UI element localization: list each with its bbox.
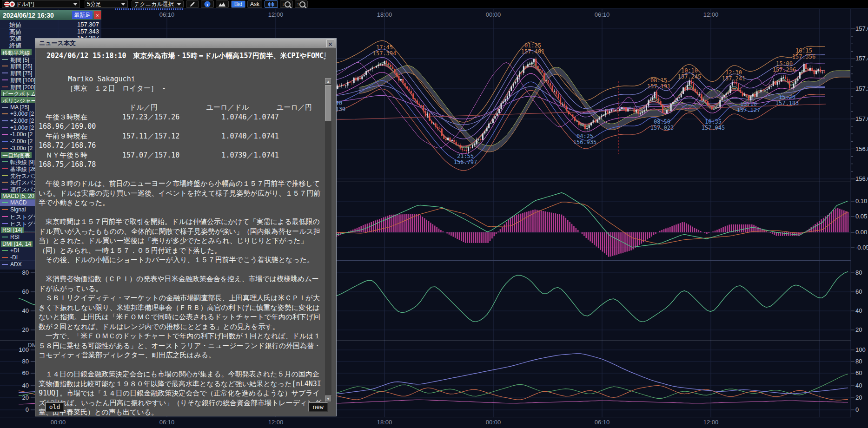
down-arrow-icon: ↓ [282, 2, 285, 7]
indicator-group-header[interactable]: 一目均衡表 [1, 152, 32, 158]
series-color-swatch-icon [2, 148, 8, 149]
series-color-swatch-icon [2, 66, 8, 66]
quote-datetime: 2024/06/12 16:30 [3, 12, 54, 19]
zoom-in-button[interactable]: ↑ [295, 0, 308, 8]
series-color-swatch-icon [2, 182, 8, 183]
pencil-icon [189, 1, 196, 7]
indicator-group-header[interactable]: RSI [14] [1, 227, 24, 233]
series-color-swatch-icon [2, 264, 8, 265]
latest-bar-badge[interactable]: 最新足 [72, 11, 93, 19]
news-article-body: Mariko Sakaguchi ［東京 １２日 ロイター］ - ドル／円 ユー… [39, 65, 323, 417]
japan-flag-icon [9, 1, 15, 7]
draw-pencil-button[interactable] [186, 0, 199, 8]
ohlc-row: 始値157.307 [0, 21, 101, 27]
series-color-swatch-icon [2, 120, 8, 121]
ask-label: Ask [250, 1, 259, 7]
magnifier-icon [299, 1, 305, 7]
news-dialog: ニュース本文 ✕ 2024/06/12 15:18:10 東京外為市場・15時＝… [35, 38, 337, 416]
magnifier-icon [285, 1, 291, 7]
chevron-down-icon [177, 3, 181, 6]
old-news-button[interactable]: old [45, 402, 64, 412]
series-color-swatch-icon [2, 113, 8, 114]
series-color-swatch-icon [2, 86, 8, 87]
series-color-swatch-icon [2, 257, 8, 258]
series-color-swatch-icon [2, 161, 8, 162]
zoom-out-button[interactable]: ↓ [280, 0, 293, 8]
currency-pair-label: ドル/円 [16, 0, 34, 8]
info-button[interactable]: i [201, 0, 214, 8]
series-color-swatch-icon [2, 141, 8, 142]
top-toolbar: ドル/円 5分足 テクニカル選択 i Bid Ask [0, 0, 868, 9]
series-color-swatch-icon [2, 202, 8, 203]
close-quote-icon[interactable]: × [94, 11, 101, 19]
timeframe-label: 5分足 [87, 0, 101, 8]
chevron-down-icon [73, 3, 78, 6]
series-color-swatch-icon [2, 189, 8, 190]
up-arrow-icon: ↑ [297, 2, 299, 7]
ask-toggle-button[interactable]: Ask [247, 0, 262, 8]
series-color-swatch-icon [2, 59, 8, 60]
news-dialog-title: ニュース本文 [39, 40, 76, 46]
quote-header: 2024/06/12 16:30 最新足 × [0, 10, 101, 20]
technical-select-label: テクニカル選択 [134, 0, 173, 8]
scroll-down-icon[interactable]: ▼ [325, 395, 331, 402]
series-color-swatch-icon [2, 168, 8, 169]
series-color-swatch-icon [2, 79, 8, 80]
series-color-swatch-icon [2, 209, 8, 210]
info-icon: i [204, 1, 211, 7]
series-color-swatch-icon [2, 237, 8, 237]
svg-text:i: i [207, 2, 208, 7]
chart-style-button[interactable] [216, 0, 229, 8]
news-scrollbar[interactable]: ▲ ▼ [325, 78, 331, 402]
indicator-group-header[interactable]: DMI [14, 14 [1, 241, 33, 247]
series-color-swatch-icon [2, 216, 8, 217]
series-color-swatch-icon [2, 223, 8, 224]
indicator-group-header[interactable]: 移動平均線 [1, 49, 32, 55]
mountain-chart-icon [219, 1, 226, 7]
ohlc-row: 高値157.343 [0, 28, 101, 34]
currency-pair-select[interactable]: ドル/円 [2, 0, 80, 8]
news-headline: 2024/06/12 15:18:10 東京外為市場・15時＝ドル小幅高157円… [46, 52, 325, 60]
series-color-swatch-icon [2, 127, 8, 128]
series-color-swatch-icon [2, 107, 8, 108]
series-color-swatch-icon [2, 134, 8, 135]
scroll-up-icon[interactable]: ▲ [325, 78, 331, 85]
timeframe-select[interactable]: 5分足 [85, 0, 128, 8]
trading-app-window: 00:0000:0006:1006:1012:0012:0018:0018:00… [0, 0, 868, 428]
close-icon[interactable]: ✕ [326, 40, 334, 47]
volume-histogram-button[interactable] [265, 0, 278, 8]
tick-activity-strip [115, 8, 183, 10]
series-color-swatch-icon [2, 250, 8, 251]
bid-label: Bid [234, 1, 242, 7]
news-dialog-titlebar: ニュース本文 ✕ [35, 39, 336, 48]
bid-toggle-button[interactable]: Bid [231, 0, 245, 8]
series-color-swatch-icon [2, 72, 8, 73]
chevron-down-icon [121, 3, 126, 6]
technical-select-button[interactable]: テクニカル選択 [132, 0, 184, 8]
series-color-swatch-icon [2, 175, 8, 176]
scrollbar-thumb[interactable] [325, 85, 331, 121]
indicator-group-header[interactable]: MACD [5, 20 [1, 193, 36, 199]
new-news-button[interactable]: new [308, 402, 328, 412]
